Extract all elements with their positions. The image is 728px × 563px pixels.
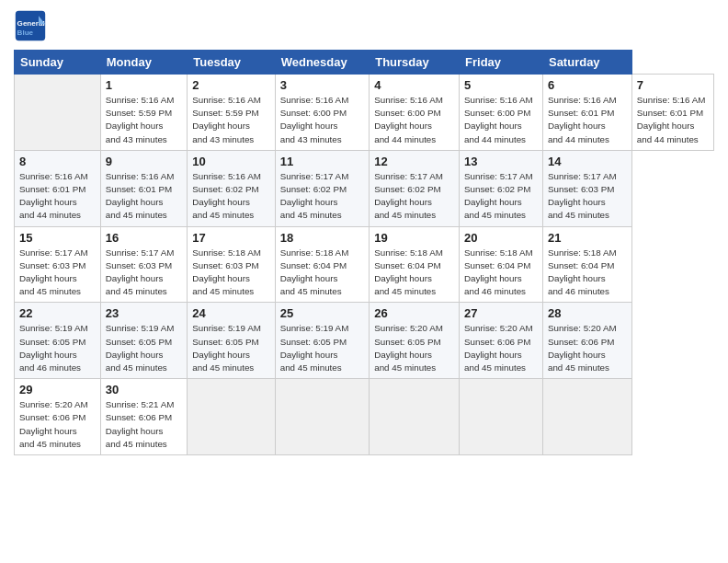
day-number: 16 — [106, 231, 183, 245]
day-number: 5 — [464, 78, 538, 92]
day-number: 4 — [374, 78, 454, 92]
day-cell-2: 2 Sunrise: 5:16 AM Sunset: 5:59 PM Dayli… — [188, 75, 275, 151]
svg-text:Blue: Blue — [17, 29, 34, 37]
day-number: 26 — [374, 306, 454, 320]
week-row-5: 29 Sunrise: 5:20 AM Sunset: 6:06 PM Dayl… — [15, 379, 714, 455]
day-info: Sunrise: 5:17 AM Sunset: 6:02 PM Dayligh… — [280, 170, 365, 223]
day-cell-23: 23 Sunrise: 5:19 AM Sunset: 6:05 PM Dayl… — [100, 303, 188, 379]
logo-icon: General Blue — [14, 9, 47, 42]
day-info: Sunrise: 5:17 AM Sunset: 6:03 PM Dayligh… — [19, 247, 96, 299]
day-cell-7: 7 Sunrise: 5:16 AM Sunset: 6:01 PM Dayli… — [631, 75, 713, 151]
day-cell-30: 30 Sunrise: 5:21 AM Sunset: 6:06 PM Dayl… — [100, 379, 188, 455]
day-cell-22: 22 Sunrise: 5:19 AM Sunset: 6:05 PM Dayl… — [15, 303, 101, 379]
day-info: Sunrise: 5:17 AM Sunset: 6:03 PM Dayligh… — [548, 170, 627, 223]
day-info: Sunrise: 5:16 AM Sunset: 6:01 PM Dayligh… — [548, 94, 627, 146]
day-info: Sunrise: 5:19 AM Sunset: 6:05 PM Dayligh… — [280, 322, 365, 374]
day-number: 3 — [280, 78, 365, 92]
day-info: Sunrise: 5:18 AM Sunset: 6:04 PM Dayligh… — [464, 247, 538, 299]
day-cell-19: 19 Sunrise: 5:18 AM Sunset: 6:04 PM Dayl… — [370, 226, 460, 303]
week-row-1: 1 Sunrise: 5:16 AM Sunset: 5:59 PM Dayli… — [15, 75, 714, 151]
weekday-sunday: Sunday — [15, 51, 101, 75]
day-number: 6 — [548, 78, 627, 92]
day-cell-20: 20 Sunrise: 5:18 AM Sunset: 6:04 PM Dayl… — [460, 226, 543, 303]
day-number: 18 — [280, 231, 365, 245]
day-cell-12: 12 Sunrise: 5:17 AM Sunset: 6:02 PM Dayl… — [370, 150, 460, 226]
day-cell-17: 17 Sunrise: 5:18 AM Sunset: 6:03 PM Dayl… — [188, 226, 275, 303]
day-info: Sunrise: 5:17 AM Sunset: 6:02 PM Dayligh… — [374, 170, 454, 223]
day-info: Sunrise: 5:19 AM Sunset: 6:05 PM Dayligh… — [19, 322, 96, 374]
day-cell-3: 3 Sunrise: 5:16 AM Sunset: 6:00 PM Dayli… — [275, 75, 370, 151]
day-cell-25: 25 Sunrise: 5:19 AM Sunset: 6:05 PM Dayl… — [275, 303, 370, 379]
day-cell-10: 10 Sunrise: 5:16 AM Sunset: 6:02 PM Dayl… — [188, 150, 275, 226]
day-number: 12 — [374, 155, 454, 168]
day-number: 19 — [374, 231, 454, 245]
day-cell-5: 5 Sunrise: 5:16 AM Sunset: 6:00 PM Dayli… — [460, 75, 543, 151]
weekday-monday: Monday — [100, 51, 188, 75]
day-info: Sunrise: 5:18 AM Sunset: 6:04 PM Dayligh… — [374, 247, 454, 299]
day-info: Sunrise: 5:16 AM Sunset: 5:59 PM Dayligh… — [106, 94, 183, 146]
empty-cell — [460, 379, 543, 455]
day-cell-27: 27 Sunrise: 5:20 AM Sunset: 6:06 PM Dayl… — [460, 303, 543, 379]
day-number: 21 — [548, 231, 627, 245]
day-number: 25 — [280, 306, 365, 320]
day-info: Sunrise: 5:16 AM Sunset: 6:01 PM Dayligh… — [637, 94, 709, 146]
day-info: Sunrise: 5:16 AM Sunset: 6:00 PM Dayligh… — [374, 94, 454, 146]
day-cell-15: 15 Sunrise: 5:17 AM Sunset: 6:03 PM Dayl… — [15, 226, 101, 303]
weekday-saturday: Saturday — [542, 51, 631, 75]
day-cell-1: 1 Sunrise: 5:16 AM Sunset: 5:59 PM Dayli… — [100, 75, 188, 151]
day-number: 23 — [106, 306, 183, 320]
day-cell-29: 29 Sunrise: 5:20 AM Sunset: 6:06 PM Dayl… — [15, 379, 101, 455]
day-cell-9: 9 Sunrise: 5:16 AM Sunset: 6:01 PM Dayli… — [100, 150, 188, 226]
day-info: Sunrise: 5:18 AM Sunset: 6:04 PM Dayligh… — [548, 247, 627, 299]
day-info: Sunrise: 5:20 AM Sunset: 6:06 PM Dayligh… — [464, 322, 538, 374]
empty-cell — [275, 379, 370, 455]
day-cell-4: 4 Sunrise: 5:16 AM Sunset: 6:00 PM Dayli… — [370, 75, 460, 151]
day-number: 29 — [19, 383, 96, 396]
day-info: Sunrise: 5:19 AM Sunset: 6:05 PM Dayligh… — [106, 322, 183, 374]
day-number: 1 — [106, 78, 183, 92]
day-info: Sunrise: 5:18 AM Sunset: 6:03 PM Dayligh… — [192, 247, 269, 299]
day-info: Sunrise: 5:19 AM Sunset: 6:05 PM Dayligh… — [192, 322, 269, 374]
empty-cell — [370, 379, 460, 455]
page-header: General Blue — [14, 9, 714, 42]
day-number: 20 — [464, 231, 538, 245]
day-info: Sunrise: 5:16 AM Sunset: 5:59 PM Dayligh… — [192, 94, 269, 146]
day-info: Sunrise: 5:20 AM Sunset: 6:06 PM Dayligh… — [19, 398, 96, 451]
day-number: 9 — [106, 155, 183, 168]
weekday-thursday: Thursday — [370, 51, 460, 75]
day-info: Sunrise: 5:21 AM Sunset: 6:06 PM Dayligh… — [106, 398, 183, 451]
day-cell-24: 24 Sunrise: 5:19 AM Sunset: 6:05 PM Dayl… — [188, 303, 275, 379]
weekday-wednesday: Wednesday — [275, 51, 370, 75]
empty-cell — [15, 75, 101, 151]
day-info: Sunrise: 5:16 AM Sunset: 6:00 PM Dayligh… — [280, 94, 365, 146]
day-info: Sunrise: 5:20 AM Sunset: 6:06 PM Dayligh… — [548, 322, 627, 374]
day-cell-14: 14 Sunrise: 5:17 AM Sunset: 6:03 PM Dayl… — [542, 150, 631, 226]
day-info: Sunrise: 5:18 AM Sunset: 6:04 PM Dayligh… — [280, 247, 365, 299]
empty-cell — [188, 379, 275, 455]
day-number: 27 — [464, 306, 538, 320]
weekday-friday: Friday — [460, 51, 543, 75]
day-number: 11 — [280, 155, 365, 168]
day-number: 14 — [548, 155, 627, 168]
day-cell-8: 8 Sunrise: 5:16 AM Sunset: 6:01 PM Dayli… — [15, 150, 101, 226]
day-number: 2 — [192, 78, 269, 92]
day-cell-16: 16 Sunrise: 5:17 AM Sunset: 6:03 PM Dayl… — [100, 226, 188, 303]
day-number: 15 — [19, 231, 96, 245]
day-number: 30 — [106, 383, 183, 396]
day-info: Sunrise: 5:16 AM Sunset: 6:02 PM Dayligh… — [192, 170, 269, 223]
weekday-header-row: SundayMondayTuesdayWednesdayThursdayFrid… — [15, 51, 714, 75]
day-info: Sunrise: 5:16 AM Sunset: 6:01 PM Dayligh… — [106, 170, 183, 223]
day-cell-28: 28 Sunrise: 5:20 AM Sunset: 6:06 PM Dayl… — [542, 303, 631, 379]
day-cell-13: 13 Sunrise: 5:17 AM Sunset: 6:02 PM Dayl… — [460, 150, 543, 226]
calendar-body: 1 Sunrise: 5:16 AM Sunset: 5:59 PM Dayli… — [15, 75, 714, 455]
logo: General Blue — [14, 9, 52, 42]
weekday-tuesday: Tuesday — [188, 51, 275, 75]
day-cell-6: 6 Sunrise: 5:16 AM Sunset: 6:01 PM Dayli… — [542, 75, 631, 151]
day-number: 28 — [548, 306, 627, 320]
week-row-4: 22 Sunrise: 5:19 AM Sunset: 6:05 PM Dayl… — [15, 303, 714, 379]
day-info: Sunrise: 5:17 AM Sunset: 6:02 PM Dayligh… — [464, 170, 538, 223]
day-number: 7 — [637, 78, 709, 92]
day-number: 13 — [464, 155, 538, 168]
day-cell-18: 18 Sunrise: 5:18 AM Sunset: 6:04 PM Dayl… — [275, 226, 370, 303]
day-number: 10 — [192, 155, 269, 168]
